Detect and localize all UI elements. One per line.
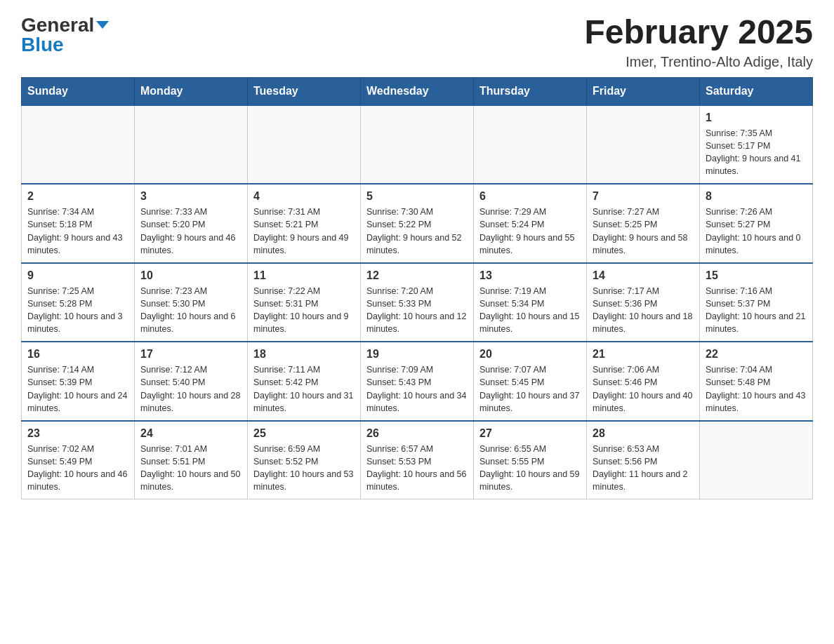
day-number: 3	[140, 190, 241, 203]
day-number: 23	[27, 427, 128, 440]
calendar-cell: 24Sunrise: 7:01 AMSunset: 5:51 PMDayligh…	[135, 421, 248, 499]
day-number: 14	[593, 269, 694, 282]
day-info: Sunrise: 7:19 AMSunset: 5:34 PMDaylight:…	[479, 285, 581, 336]
day-number: 22	[706, 348, 807, 361]
day-info: Sunrise: 7:17 AMSunset: 5:36 PMDaylight:…	[593, 285, 694, 336]
calendar-subtitle: Imer, Trentino-Alto Adige, Italy	[584, 54, 813, 70]
day-number: 28	[593, 427, 694, 440]
day-info: Sunrise: 7:07 AMSunset: 5:45 PMDaylight:…	[479, 363, 581, 415]
day-info: Sunrise: 6:53 AMSunset: 5:56 PMDaylight:…	[593, 443, 694, 494]
day-info: Sunrise: 7:25 AMSunset: 5:28 PMDaylight:…	[27, 285, 128, 336]
calendar-table: SundayMondayTuesdayWednesdayThursdayFrid…	[21, 77, 813, 500]
calendar-cell: 20Sunrise: 7:07 AMSunset: 5:45 PMDayligh…	[474, 342, 587, 421]
day-info: Sunrise: 7:34 AMSunset: 5:18 PMDaylight:…	[27, 206, 128, 257]
day-number: 1	[706, 112, 807, 124]
calendar-day-header: Friday	[587, 77, 700, 105]
day-number: 21	[593, 348, 694, 361]
day-info: Sunrise: 6:57 AMSunset: 5:53 PMDaylight:…	[366, 443, 468, 494]
calendar-cell: 23Sunrise: 7:02 AMSunset: 5:49 PMDayligh…	[22, 421, 135, 499]
day-info: Sunrise: 7:23 AMSunset: 5:30 PMDaylight:…	[140, 285, 241, 336]
calendar-day-header: Monday	[135, 77, 248, 105]
day-info: Sunrise: 7:22 AMSunset: 5:31 PMDaylight:…	[253, 285, 355, 336]
calendar-cell	[22, 105, 135, 185]
day-info: Sunrise: 7:27 AMSunset: 5:25 PMDaylight:…	[593, 206, 694, 257]
calendar-cell	[361, 105, 474, 185]
day-info: Sunrise: 7:26 AMSunset: 5:27 PMDaylight:…	[706, 206, 807, 257]
day-number: 12	[366, 269, 468, 282]
calendar-week-row: 9Sunrise: 7:25 AMSunset: 5:28 PMDaylight…	[22, 263, 813, 342]
calendar-cell: 19Sunrise: 7:09 AMSunset: 5:43 PMDayligh…	[361, 342, 474, 421]
day-number: 13	[479, 269, 581, 282]
day-info: Sunrise: 7:09 AMSunset: 5:43 PMDaylight:…	[366, 363, 468, 415]
calendar-cell: 15Sunrise: 7:16 AMSunset: 5:37 PMDayligh…	[700, 263, 813, 342]
calendar-cell	[474, 105, 587, 185]
calendar-cell: 21Sunrise: 7:06 AMSunset: 5:46 PMDayligh…	[587, 342, 700, 421]
day-info: Sunrise: 6:55 AMSunset: 5:55 PMDaylight:…	[479, 443, 581, 494]
day-number: 17	[140, 348, 241, 361]
day-info: Sunrise: 7:04 AMSunset: 5:48 PMDaylight:…	[706, 363, 807, 415]
calendar-cell: 4Sunrise: 7:31 AMSunset: 5:21 PMDaylight…	[248, 184, 361, 263]
day-info: Sunrise: 7:16 AMSunset: 5:37 PMDaylight:…	[706, 285, 807, 336]
calendar-cell: 26Sunrise: 6:57 AMSunset: 5:53 PMDayligh…	[361, 421, 474, 499]
day-info: Sunrise: 7:33 AMSunset: 5:20 PMDaylight:…	[140, 206, 241, 257]
day-number: 9	[27, 269, 128, 282]
calendar-cell	[700, 421, 813, 499]
day-info: Sunrise: 7:20 AMSunset: 5:33 PMDaylight:…	[366, 285, 468, 336]
calendar-cell: 14Sunrise: 7:17 AMSunset: 5:36 PMDayligh…	[587, 263, 700, 342]
day-info: Sunrise: 7:12 AMSunset: 5:40 PMDaylight:…	[140, 363, 241, 415]
calendar-header-row: SundayMondayTuesdayWednesdayThursdayFrid…	[22, 77, 813, 105]
calendar-cell	[248, 105, 361, 185]
calendar-cell: 27Sunrise: 6:55 AMSunset: 5:55 PMDayligh…	[474, 421, 587, 499]
calendar-cell: 2Sunrise: 7:34 AMSunset: 5:18 PMDaylight…	[22, 184, 135, 263]
calendar-week-row: 16Sunrise: 7:14 AMSunset: 5:39 PMDayligh…	[22, 342, 813, 421]
day-number: 4	[253, 190, 355, 203]
calendar-day-header: Thursday	[474, 77, 587, 105]
day-number: 25	[253, 427, 355, 440]
day-info: Sunrise: 7:30 AMSunset: 5:22 PMDaylight:…	[366, 206, 468, 257]
calendar-cell	[587, 105, 700, 185]
calendar-cell: 1Sunrise: 7:35 AMSunset: 5:17 PMDaylight…	[700, 105, 813, 185]
calendar-title: February 2025	[584, 14, 813, 51]
calendar-day-header: Tuesday	[248, 77, 361, 105]
day-info: Sunrise: 7:02 AMSunset: 5:49 PMDaylight:…	[27, 443, 128, 494]
calendar-cell: 3Sunrise: 7:33 AMSunset: 5:20 PMDaylight…	[135, 184, 248, 263]
day-info: Sunrise: 7:11 AMSunset: 5:42 PMDaylight:…	[253, 363, 355, 415]
day-number: 2	[27, 190, 128, 203]
calendar-cell: 12Sunrise: 7:20 AMSunset: 5:33 PMDayligh…	[361, 263, 474, 342]
logo-blue: Blue	[21, 34, 64, 55]
calendar-cell: 28Sunrise: 6:53 AMSunset: 5:56 PMDayligh…	[587, 421, 700, 499]
calendar-week-row: 2Sunrise: 7:34 AMSunset: 5:18 PMDaylight…	[22, 184, 813, 263]
day-info: Sunrise: 7:31 AMSunset: 5:21 PMDaylight:…	[253, 206, 355, 257]
calendar-week-row: 1Sunrise: 7:35 AMSunset: 5:17 PMDaylight…	[22, 105, 813, 185]
title-block: February 2025 Imer, Trentino-Alto Adige,…	[584, 14, 813, 70]
calendar-cell: 13Sunrise: 7:19 AMSunset: 5:34 PMDayligh…	[474, 263, 587, 342]
logo: General Blue	[21, 14, 109, 56]
calendar-cell: 25Sunrise: 6:59 AMSunset: 5:52 PMDayligh…	[248, 421, 361, 499]
calendar-cell: 6Sunrise: 7:29 AMSunset: 5:24 PMDaylight…	[474, 184, 587, 263]
calendar-cell: 22Sunrise: 7:04 AMSunset: 5:48 PMDayligh…	[700, 342, 813, 421]
day-info: Sunrise: 7:29 AMSunset: 5:24 PMDaylight:…	[479, 206, 581, 257]
day-number: 24	[140, 427, 241, 440]
calendar-day-header: Sunday	[22, 77, 135, 105]
calendar-cell: 10Sunrise: 7:23 AMSunset: 5:30 PMDayligh…	[135, 263, 248, 342]
day-number: 7	[593, 190, 694, 203]
calendar-cell: 9Sunrise: 7:25 AMSunset: 5:28 PMDaylight…	[22, 263, 135, 342]
day-number: 15	[706, 269, 807, 282]
day-info: Sunrise: 6:59 AMSunset: 5:52 PMDaylight:…	[253, 443, 355, 494]
logo-arrow-icon	[96, 21, 109, 29]
day-number: 10	[140, 269, 241, 282]
calendar-cell: 16Sunrise: 7:14 AMSunset: 5:39 PMDayligh…	[22, 342, 135, 421]
day-number: 16	[27, 348, 128, 361]
calendar-week-row: 23Sunrise: 7:02 AMSunset: 5:49 PMDayligh…	[22, 421, 813, 499]
calendar-cell	[135, 105, 248, 185]
calendar-cell: 8Sunrise: 7:26 AMSunset: 5:27 PMDaylight…	[700, 184, 813, 263]
calendar-day-header: Wednesday	[361, 77, 474, 105]
calendar-cell: 11Sunrise: 7:22 AMSunset: 5:31 PMDayligh…	[248, 263, 361, 342]
day-number: 27	[479, 427, 581, 440]
calendar-cell: 18Sunrise: 7:11 AMSunset: 5:42 PMDayligh…	[248, 342, 361, 421]
calendar-cell: 7Sunrise: 7:27 AMSunset: 5:25 PMDaylight…	[587, 184, 700, 263]
day-number: 6	[479, 190, 581, 203]
day-number: 5	[366, 190, 468, 203]
day-number: 11	[253, 269, 355, 282]
calendar-cell: 5Sunrise: 7:30 AMSunset: 5:22 PMDaylight…	[361, 184, 474, 263]
